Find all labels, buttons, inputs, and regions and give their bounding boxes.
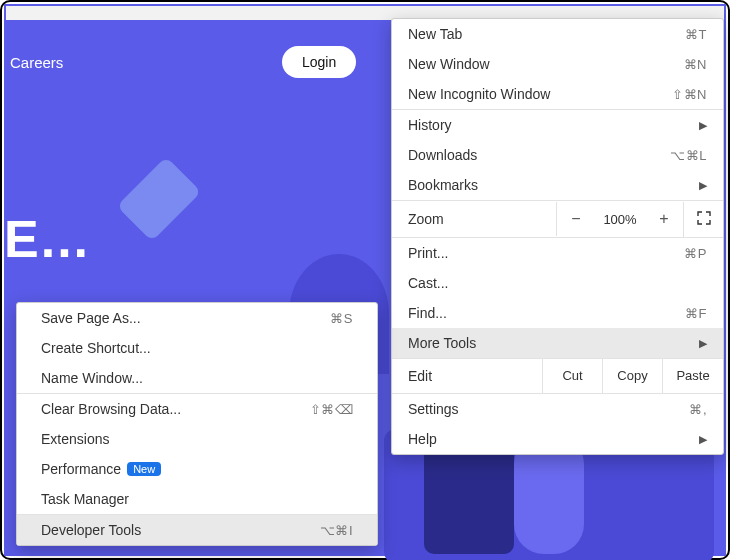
menu-label: Save Page As...: [41, 310, 141, 326]
menu-shortcut: ⌘,: [689, 402, 707, 417]
menu-label: Task Manager: [41, 491, 129, 507]
submenu-item-save-page[interactable]: Save Page As... ⌘S: [17, 303, 377, 333]
menu-item-bookmarks[interactable]: Bookmarks ▶: [392, 170, 723, 200]
menu-label: Cast...: [408, 275, 448, 291]
menu-label: Performance: [41, 461, 121, 477]
menu-shortcut: ⌘P: [684, 246, 707, 261]
menu-item-print[interactable]: Print... ⌘P: [392, 238, 723, 268]
menu-label: Clear Browsing Data...: [41, 401, 181, 417]
menu-shortcut: ⌘T: [685, 27, 707, 42]
menu-label: Name Window...: [41, 370, 143, 386]
submenu-item-name-window[interactable]: Name Window...: [17, 363, 377, 393]
fullscreen-icon: [697, 211, 711, 225]
submenu-item-create-shortcut[interactable]: Create Shortcut...: [17, 333, 377, 363]
fullscreen-button[interactable]: [683, 202, 723, 237]
app-window: Careers Login E... New Tab ⌘T New Window…: [0, 0, 730, 560]
menu-label: Find...: [408, 305, 447, 321]
edit-label: Edit: [392, 359, 543, 393]
menu-label: New Window: [408, 56, 490, 72]
menu-item-find[interactable]: Find... ⌘F: [392, 298, 723, 328]
menu-item-more-tools[interactable]: More Tools ▶: [392, 328, 723, 358]
menu-item-new-incognito[interactable]: New Incognito Window ⇧⌘N: [392, 79, 723, 109]
menu-item-new-window[interactable]: New Window ⌘N: [392, 49, 723, 79]
menu-label: Extensions: [41, 431, 109, 447]
cut-button[interactable]: Cut: [543, 359, 603, 393]
menu-label: Settings: [408, 401, 459, 417]
menu-shortcut: ⌘S: [330, 311, 353, 326]
menu-label: New Tab: [408, 26, 462, 42]
menu-shortcut: ⇧⌘N: [672, 87, 707, 102]
new-badge: New: [127, 462, 161, 476]
more-tools-submenu: Save Page As... ⌘S Create Shortcut... Na…: [16, 302, 378, 546]
zoom-label: Zoom: [392, 202, 557, 236]
menu-label: More Tools: [408, 335, 476, 351]
menu-label: Developer Tools: [41, 522, 141, 538]
submenu-item-developer-tools[interactable]: Developer Tools ⌥⌘I: [17, 515, 377, 545]
submenu-arrow-icon: ▶: [699, 337, 707, 350]
browser-main-menu: New Tab ⌘T New Window ⌘N New Incognito W…: [391, 18, 724, 455]
careers-link[interactable]: Careers: [10, 54, 63, 71]
menu-shortcut: ⌘F: [685, 306, 707, 321]
submenu-arrow-icon: ▶: [699, 119, 707, 132]
menu-label: History: [408, 117, 452, 133]
menu-label: Print...: [408, 245, 448, 261]
submenu-item-clear-browsing-data[interactable]: Clear Browsing Data... ⇧⌘⌫: [17, 394, 377, 424]
decorative-diamond: [117, 157, 202, 242]
menu-item-cast[interactable]: Cast...: [392, 268, 723, 298]
menu-label: Bookmarks: [408, 177, 478, 193]
menu-item-zoom: Zoom − 100% +: [392, 200, 723, 238]
submenu-item-extensions[interactable]: Extensions: [17, 424, 377, 454]
menu-item-edit: Edit Cut Copy Paste: [392, 358, 723, 394]
zoom-in-button[interactable]: +: [645, 201, 683, 237]
submenu-arrow-icon: ▶: [699, 433, 707, 446]
copy-button[interactable]: Copy: [603, 359, 663, 393]
menu-shortcut: ⌘N: [684, 57, 707, 72]
menu-item-help[interactable]: Help ▶: [392, 424, 723, 454]
submenu-item-performance[interactable]: Performance New: [17, 454, 377, 484]
submenu-item-task-manager[interactable]: Task Manager: [17, 484, 377, 514]
zoom-out-button[interactable]: −: [557, 201, 595, 237]
paste-button[interactable]: Paste: [663, 359, 723, 393]
menu-shortcut: ⌥⌘L: [670, 148, 707, 163]
login-button[interactable]: Login: [282, 46, 356, 78]
menu-item-downloads[interactable]: Downloads ⌥⌘L: [392, 140, 723, 170]
hero-text: E...: [4, 209, 90, 269]
zoom-percentage: 100%: [595, 203, 645, 236]
menu-shortcut: ⌥⌘I: [320, 523, 353, 538]
menu-item-new-tab[interactable]: New Tab ⌘T: [392, 19, 723, 49]
menu-item-history[interactable]: History ▶: [392, 110, 723, 140]
menu-label: Create Shortcut...: [41, 340, 151, 356]
menu-label: Help: [408, 431, 437, 447]
submenu-arrow-icon: ▶: [699, 179, 707, 192]
menu-item-settings[interactable]: Settings ⌘,: [392, 394, 723, 424]
menu-shortcut: ⇧⌘⌫: [310, 402, 354, 417]
menu-label: New Incognito Window: [408, 86, 550, 102]
menu-label: Downloads: [408, 147, 477, 163]
